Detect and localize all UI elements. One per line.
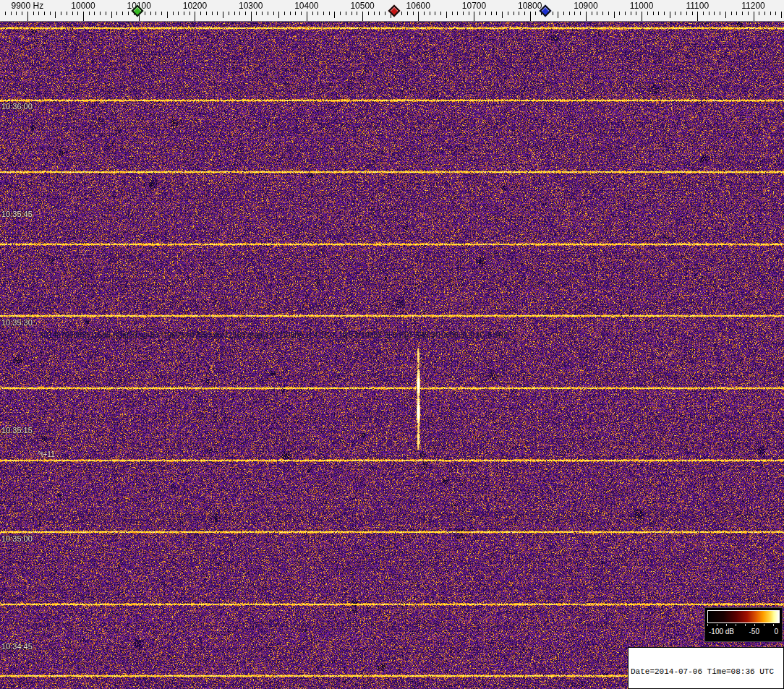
info-line-date: Date=2014-07-06 Time=08:36 UTC <box>631 667 781 677</box>
time-label: 10:35:00 <box>1 534 33 543</box>
waterfall-overlays: 20140706083511580 hCnt29 nb-83 f10601 hi… <box>0 0 784 689</box>
spectrogram-stage: 9900 Hz100001010010200103001040010500106… <box>0 0 784 689</box>
time-label: 10:34:45 <box>1 642 33 651</box>
db-label-max: 0 <box>774 628 778 635</box>
db-scale-ticks <box>707 624 780 626</box>
db-scale-labels: -100 dB -50 0 <box>707 628 780 635</box>
time-label: 10:35:15 <box>1 426 33 435</box>
meteor-detection-annotation: 20140706083511580 hCnt29 nb-83 f10601 hi… <box>40 331 508 339</box>
time-offset-marker: ^t+11 <box>38 450 55 458</box>
time-label: 10:35:45 <box>1 210 33 218</box>
db-label-mid: -50 <box>749 628 759 635</box>
db-gradient-bar <box>707 610 780 623</box>
db-scale-legend: -100 dB -50 0 <box>704 607 783 642</box>
time-label: 10:35:30 <box>1 318 33 327</box>
db-label-min: -100 dB <box>709 628 734 635</box>
observation-info-box: Date=2014-07-06 Time=08:36 UTC Freq=143 … <box>628 647 784 689</box>
time-label: 10:36:00 <box>1 102 33 111</box>
